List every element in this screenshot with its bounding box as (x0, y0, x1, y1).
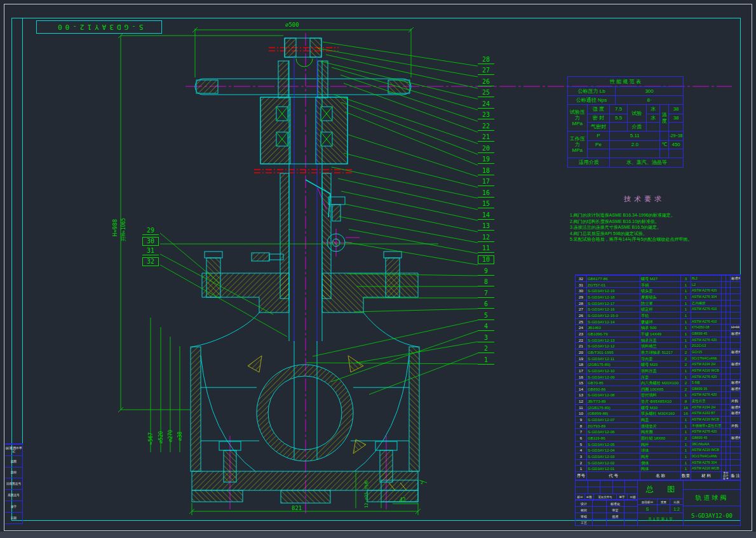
bom-qty: 16 (680, 405, 691, 410)
bom-code: GB1096-79 (586, 331, 640, 337)
bom-note (730, 466, 740, 471)
bom-qty: 1 (680, 466, 691, 471)
cad-drawing-page: S-GD3AY12-00 ∅500 H≈988 开H≈1065 ≈567 ∅52… (0, 0, 756, 538)
bom-material: ASTM A276 420 (691, 392, 721, 398)
bom-total-weight (726, 276, 730, 281)
bom-part-name: 拨键环 (640, 319, 680, 325)
bom-row: 18 (2GB175-89) 螺母 M20 2 ASTM A194 2H 标准件 (576, 361, 740, 367)
bom-qty: 2 (680, 361, 691, 367)
bom-material (691, 313, 721, 318)
bom-material: KTH350-08 (691, 325, 721, 330)
bom-material: ASTM A276 410 (691, 319, 721, 325)
callout-number: 9 (478, 267, 494, 276)
bom-total-weight (726, 374, 730, 380)
margin-strip-label: 借(通)用件登记 (5, 444, 22, 455)
bom-seq: 4 (576, 447, 586, 453)
product-name: 轨道球阀 (684, 490, 740, 506)
bom-note (730, 356, 740, 361)
bom-note (730, 288, 740, 293)
callout-number: 26 (478, 78, 494, 86)
temp-max: 450 (669, 140, 683, 149)
bom-material: ASTM A216 WCB (691, 368, 721, 373)
bom-code: S-GD3AY12-10 (586, 368, 640, 373)
seal-value: 5.5 (610, 114, 627, 123)
bom-code: S-GD3AY12-17 (586, 300, 640, 306)
bom-note (730, 343, 740, 349)
bom-unit-weight (721, 313, 726, 318)
bom-part-name: 压套 (640, 374, 680, 380)
bom-unit-weight (721, 282, 726, 288)
bom-part-name: 球体 (640, 447, 680, 453)
callout-number: 19 (478, 156, 494, 164)
sig-label: 校对 (576, 506, 592, 513)
technical-requirement-item: 2.阀门的结构长度按ASME B16.10的标准值。 (570, 219, 719, 225)
bom-material: ASTM A276 304 (691, 294, 721, 300)
bom-seq: 3 (576, 454, 586, 459)
bom-seq: 16 (576, 374, 586, 380)
bom-note: 标准件 (730, 405, 740, 410)
bom-material: GB699 45 (691, 435, 721, 441)
corner-drawing-number: S-GD3AY12-00 (36, 20, 162, 34)
bom-note: 标准件 (730, 331, 740, 337)
bom-part-name: 阀座 (640, 454, 680, 459)
bom-total-weight (726, 405, 730, 410)
bom-material: 0Cr17Ni4Cu4Nb (691, 356, 721, 361)
bom-material: ASTM A276 420 (691, 288, 721, 293)
bom-material: GB699 35 (691, 386, 721, 392)
dimension-edge: 2 (421, 480, 423, 485)
dimension-bolt-pattern: 12-∅25 均布 (363, 480, 370, 508)
bom-note (730, 374, 740, 380)
bom-note: H=44 (730, 325, 740, 330)
temp-1: 38 (669, 105, 683, 114)
callout-number: 27 (478, 67, 494, 75)
bom-unit-weight (721, 460, 726, 466)
bom-seq: 14 (576, 386, 586, 392)
bom-qty: 2 (680, 349, 691, 355)
bom-row: 28 S-GD3AY12-17 防尘罩 1 乙丙橡胶 (576, 300, 740, 306)
callout-number: 23 (478, 111, 494, 119)
bom-row: 6 GB119-86 圆柱销 18X80 2 GB699 45 标准件 (576, 434, 740, 441)
bom-unit-weight (721, 386, 726, 392)
bom-part-name: 摩擦锁头 (640, 294, 680, 300)
dimension-flange-3: ∅270 (168, 430, 173, 442)
bom-unit-weight (721, 417, 726, 422)
bom-material: 柔性石墨 (691, 398, 721, 404)
bom-seq: 12 (576, 398, 586, 404)
bom-total-weight (726, 435, 730, 441)
bom-qty: 1 (680, 288, 691, 293)
bom-material: ASTM A276 304 (691, 460, 721, 466)
bom-total-weight (726, 349, 730, 355)
bonnet-flange (202, 252, 418, 313)
technical-requirement-item: 5.装配试验合格后，将序号14与序号5的配合螺纹处点焊牢固。 (570, 236, 719, 243)
bom-unit-weight (721, 392, 726, 398)
callout-number: 13 (478, 222, 494, 231)
bom-seq: 1 (576, 466, 586, 471)
technical-requirements-list: 1.阀门的设计制造按ASME B16.34-1996的标准规定。2.阀门的结构长… (570, 212, 719, 243)
drawing-number: S-GD3AY12-00 (684, 506, 740, 525)
bom-total-weight (726, 447, 730, 453)
dimension-flange-2: ∅520 (158, 431, 164, 443)
bom-code: (GB899-88) (586, 410, 640, 416)
callout-number: 20 (478, 145, 494, 153)
bom-seq: 10 (576, 410, 586, 416)
bom-note: 标准件 (730, 276, 740, 281)
bom-part-name: 推力球轴承 51217 (640, 349, 680, 355)
bom-code: S-GD3AY12-09 (586, 374, 640, 380)
callout-number: 31 (142, 247, 159, 255)
callout-number: 32 (142, 257, 159, 266)
bom-note (730, 417, 740, 422)
bom-material: 0Cr17Ni4Cu4Nb (691, 454, 721, 459)
bom-code: ZGT57-01 (586, 282, 640, 288)
bom-material: ASTM A276 420 (691, 429, 721, 434)
bom-unit-weight (721, 410, 726, 416)
bom-table: 32 GB6177-86 螺母 M27 3 8L2 标准件 31 ZGT57-0… (575, 274, 741, 481)
bom-part-name: 阀体 (640, 466, 680, 471)
bom-unit-weight (721, 423, 726, 429)
bom-total-weight (726, 380, 730, 386)
dimension-length: 821 (292, 505, 302, 511)
bom-row: 23 GB1096-79 平键 14X49 1 GB699 45 标准件 (576, 330, 740, 337)
bom-seq: 8 (576, 423, 586, 429)
bom-row: 13 S-GD3AY12-08 密封填料 1 ASTM A276 420 (576, 391, 740, 398)
bom-row: 24 JB1463 轴承 500 1 KTH350-08 H=44 (576, 324, 740, 330)
stage-header-row: 阶段标记 重量 比例 (638, 499, 683, 505)
